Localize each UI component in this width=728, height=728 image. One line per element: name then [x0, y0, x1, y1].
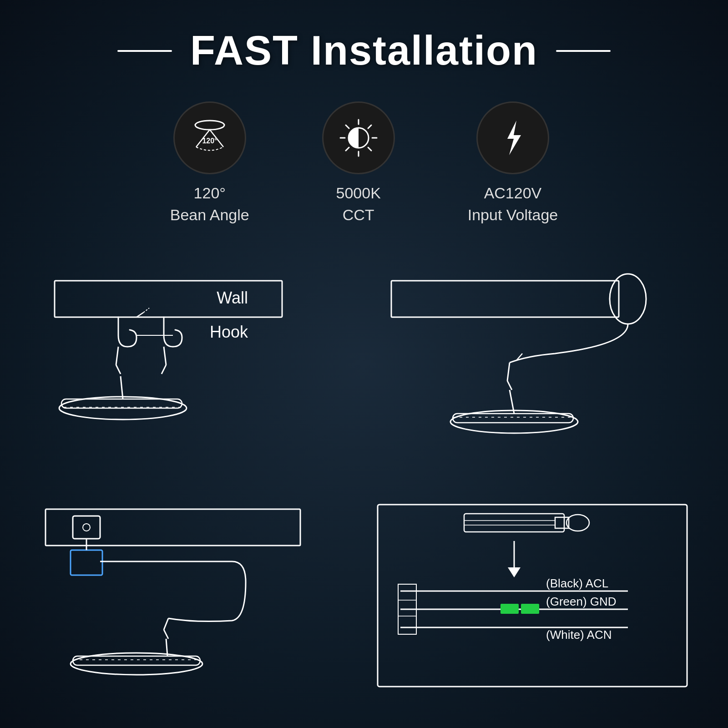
svg-rect-35 — [453, 414, 573, 423]
title-row: FAST Installation — [36, 27, 692, 74]
svg-point-40 — [83, 524, 90, 531]
diagram-ring-mount — [373, 262, 692, 472]
svg-rect-45 — [73, 656, 200, 665]
svg-rect-41 — [71, 550, 102, 575]
svg-line-18 — [116, 347, 118, 365]
svg-point-51 — [566, 515, 589, 531]
svg-text:(Black) ACL: (Black) ACL — [546, 576, 608, 590]
svg-text:Hook: Hook — [210, 323, 248, 341]
plug-svg — [36, 490, 355, 701]
svg-text:(Green) GND: (Green) GND — [546, 595, 617, 608]
svg-rect-49 — [464, 514, 564, 532]
svg-line-21 — [164, 347, 166, 365]
spec-beam-angle: 120° 120° Bean Angle — [170, 101, 249, 226]
cct-circle — [322, 101, 395, 174]
svg-line-42 — [164, 618, 168, 630]
title-dash-right — [556, 50, 611, 52]
main-title: FAST Installation — [190, 27, 538, 74]
voltage-circle — [476, 101, 549, 174]
svg-rect-29 — [391, 281, 619, 317]
beam-angle-icon: 120° — [187, 115, 233, 161]
spec-voltage: AC120V Input Voltage — [468, 101, 558, 226]
svg-text:Wall: Wall — [217, 288, 248, 307]
svg-line-22 — [162, 365, 166, 374]
specs-row: 120° 120° Bean Angle — [36, 101, 692, 226]
spec-cct: 5000K CCT — [322, 101, 395, 226]
svg-line-28 — [143, 308, 149, 313]
svg-point-0 — [195, 121, 224, 130]
sun-icon — [336, 115, 381, 161]
beam-angle-circle: 120° — [173, 101, 246, 174]
svg-line-8 — [346, 125, 349, 128]
svg-line-43 — [164, 630, 168, 639]
svg-rect-59 — [500, 604, 519, 614]
diagram-wiring: (Black) ACL (Green) GND (White) ACN — [373, 490, 692, 701]
ring-mount-svg — [373, 262, 692, 472]
svg-rect-60 — [521, 604, 539, 614]
diagram-wall-hook: Wall Hook — [36, 262, 355, 472]
spec-cct-label: 5000K CCT — [336, 182, 381, 226]
svg-line-26 — [121, 376, 123, 399]
svg-rect-14 — [55, 281, 282, 317]
svg-point-30 — [610, 274, 646, 324]
svg-rect-39 — [73, 516, 100, 539]
spec-voltage-label: AC120V Input Voltage — [468, 182, 558, 226]
svg-line-20 — [116, 365, 121, 374]
svg-text:(White) ACN: (White) ACN — [546, 628, 612, 642]
spec-beam-angle-label: 120° Bean Angle — [170, 182, 249, 226]
title-dash-left — [117, 50, 172, 52]
svg-line-9 — [368, 147, 371, 151]
wiring-svg: (Black) ACL (Green) GND (White) ACN — [373, 490, 692, 701]
diagram-plug — [36, 490, 355, 701]
wall-hook-svg: Wall Hook — [36, 262, 355, 472]
svg-marker-55 — [508, 567, 521, 577]
svg-text:120°: 120° — [202, 137, 217, 145]
svg-line-32 — [507, 381, 512, 390]
lightning-icon — [490, 115, 536, 161]
svg-rect-38 — [46, 509, 300, 546]
svg-line-11 — [346, 147, 349, 151]
diagrams-grid: Wall Hook — [36, 262, 692, 701]
page-container: FAST Installation 120° 120° — [0, 0, 728, 728]
svg-line-10 — [368, 125, 371, 128]
svg-marker-13 — [507, 121, 521, 155]
svg-line-31 — [507, 363, 510, 381]
